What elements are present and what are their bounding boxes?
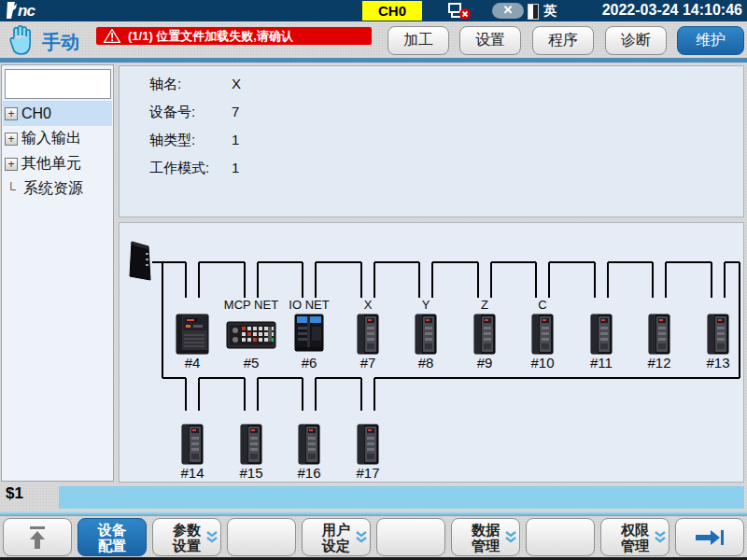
sidebar-item-input-output[interactable]: +输入输出 bbox=[3, 126, 112, 151]
warning-icon bbox=[104, 29, 120, 43]
info-label: 工作模式: bbox=[149, 160, 232, 177]
info-value: X bbox=[232, 76, 241, 91]
hand-icon bbox=[7, 24, 35, 60]
device-node-5[interactable] bbox=[227, 322, 275, 348]
chevron-down-icon bbox=[654, 530, 667, 549]
chevron-down-icon bbox=[205, 530, 218, 549]
menu-underline bbox=[0, 58, 747, 63]
menu-tab-program[interactable]: 程序 bbox=[532, 26, 594, 55]
device-axis-label: MCP NET bbox=[224, 298, 278, 312]
channel-badge: CH0 bbox=[362, 1, 422, 21]
device-node-4[interactable] bbox=[176, 315, 208, 354]
up-arrow-icon bbox=[25, 525, 49, 551]
device-axis-label: Z bbox=[481, 298, 488, 312]
device-axis-label: X bbox=[364, 298, 373, 312]
toolbar-button-empty-3[interactable] bbox=[526, 518, 595, 556]
brand-logo: nc bbox=[6, 0, 62, 25]
sidebar-filter-box[interactable] bbox=[5, 69, 111, 99]
device-number-label: #17 bbox=[356, 465, 379, 481]
device-node-13[interactable] bbox=[708, 315, 728, 354]
toolbar-button-empty-1[interactable] bbox=[227, 518, 296, 556]
toolbar-button-user-setting[interactable]: 用户设定 bbox=[302, 518, 371, 556]
device-number-label: #9 bbox=[477, 355, 493, 371]
toolbar-button-label: 设备配置 bbox=[98, 522, 126, 553]
device-number-label: #13 bbox=[706, 355, 729, 371]
expand-icon[interactable]: + bbox=[5, 107, 18, 120]
input-strip[interactable] bbox=[59, 486, 744, 509]
language-label: 英 bbox=[543, 3, 557, 20]
device-number-label: #5 bbox=[244, 355, 260, 371]
menu-tab-machining[interactable]: 加工 bbox=[388, 26, 449, 55]
device-number-label: #14 bbox=[180, 465, 204, 481]
alarm-banner[interactable]: (1/1) 位置文件加载失败,请确认 bbox=[96, 27, 372, 45]
device-number-label: #16 bbox=[297, 465, 320, 481]
toolbar-button-label: 权限管理 bbox=[621, 522, 649, 553]
toolbar-button-empty-2[interactable] bbox=[376, 518, 445, 556]
expand-icon[interactable]: + bbox=[5, 133, 18, 146]
info-value: 1 bbox=[232, 132, 239, 147]
language-book-icon bbox=[528, 4, 539, 20]
sidebar-item-label: 输入输出 bbox=[21, 129, 81, 148]
device-node-16[interactable] bbox=[299, 425, 319, 464]
sidebar-item-other-units[interactable]: +其他单元 bbox=[3, 151, 112, 176]
info-label: 轴类型: bbox=[149, 132, 232, 149]
next-arrow-icon bbox=[694, 528, 726, 547]
device-node-10[interactable] bbox=[532, 315, 553, 354]
sidebar-item-system-resources[interactable]: └系统资源 bbox=[3, 176, 112, 202]
device-node-11[interactable] bbox=[591, 315, 612, 354]
menu-tab-diagnosis[interactable]: 诊断 bbox=[605, 26, 667, 55]
toolbar-button-data-management[interactable]: 数据管理 bbox=[451, 518, 520, 556]
svg-text:nc: nc bbox=[18, 2, 35, 20]
toolbar-button-back[interactable] bbox=[3, 518, 72, 556]
toolbar-button-label: 用户设定 bbox=[322, 522, 350, 553]
brand-logo-icon: nc bbox=[6, 0, 62, 21]
info-row: 设备号:7 bbox=[149, 104, 239, 121]
info-label: 设备号: bbox=[149, 104, 232, 121]
axis-info-panel: 轴名:X设备号:7轴类型:1工作模式:1 bbox=[119, 65, 744, 217]
cnc-screen: nc CH0 ✕ 英 2022-03-24 14:10:46 手动 (1/1) … bbox=[0, 0, 747, 560]
sidebar-item-label: 其他单元 bbox=[21, 154, 81, 174]
info-row: 轴名:X bbox=[149, 76, 241, 93]
info-label: 轴名: bbox=[149, 76, 232, 93]
info-value: 7 bbox=[232, 104, 239, 119]
device-number-label: #15 bbox=[239, 465, 262, 481]
device-number-label: #6 bbox=[302, 355, 317, 371]
topology-diagram: #4 MCP NET#5 IO NET#6 X#7 Y#8 bbox=[120, 223, 743, 482]
info-row: 轴类型:1 bbox=[149, 132, 239, 149]
chevron-down-icon bbox=[504, 530, 517, 549]
header-bar: nc CH0 ✕ 英 2022-03-24 14:10:46 bbox=[0, 0, 747, 21]
device-number-label: #8 bbox=[418, 355, 434, 371]
device-number-label: #10 bbox=[530, 355, 554, 371]
toolbar-button-permission-management[interactable]: 权限管理 bbox=[600, 518, 669, 556]
toolbar-separator bbox=[0, 511, 747, 516]
device-node-17[interactable] bbox=[358, 425, 378, 464]
network-error-icon bbox=[447, 2, 473, 24]
device-number-label: #11 bbox=[590, 355, 613, 371]
device-number-label: #12 bbox=[647, 355, 670, 371]
device-node-12[interactable] bbox=[649, 315, 669, 354]
device-node-15[interactable] bbox=[241, 425, 261, 464]
toolbar-button-device-config[interactable]: 设备配置 bbox=[78, 518, 147, 556]
menu-tab-settings[interactable]: 设置 bbox=[459, 26, 521, 55]
menu-tab-maintenance[interactable]: 维护 bbox=[677, 26, 744, 55]
device-node-9[interactable] bbox=[474, 315, 495, 354]
datetime-label: 2022-03-24 14:10:46 bbox=[602, 2, 742, 19]
device-axis-label: C bbox=[538, 298, 546, 312]
tree-elbow-icon: └ bbox=[7, 182, 20, 197]
toolbar-button-param-settings[interactable]: 参数设置 bbox=[152, 518, 221, 556]
device-node-6[interactable] bbox=[295, 315, 323, 351]
device-node-8[interactable] bbox=[416, 315, 436, 354]
info-row: 工作模式:1 bbox=[149, 160, 239, 177]
toolbar-button-next-page[interactable] bbox=[675, 518, 744, 556]
info-value: 1 bbox=[232, 160, 239, 175]
alarm-text: (1/1) 位置文件加载失败,请确认 bbox=[128, 29, 293, 43]
device-node-14[interactable] bbox=[182, 425, 203, 464]
device-node-7[interactable] bbox=[358, 315, 378, 354]
device-node-controller[interactable] bbox=[130, 242, 150, 280]
sidebar-item-ch0[interactable]: +CH0 bbox=[3, 101, 112, 126]
expand-icon[interactable]: + bbox=[5, 158, 18, 171]
topology-panel: #4 MCP NET#5 IO NET#6 X#7 Y#8 bbox=[119, 222, 744, 483]
device-axis-label: Y bbox=[422, 298, 430, 312]
disconnect-x-icon: ✕ bbox=[492, 3, 524, 19]
toolbar-button-label: 参数设置 bbox=[173, 522, 201, 553]
